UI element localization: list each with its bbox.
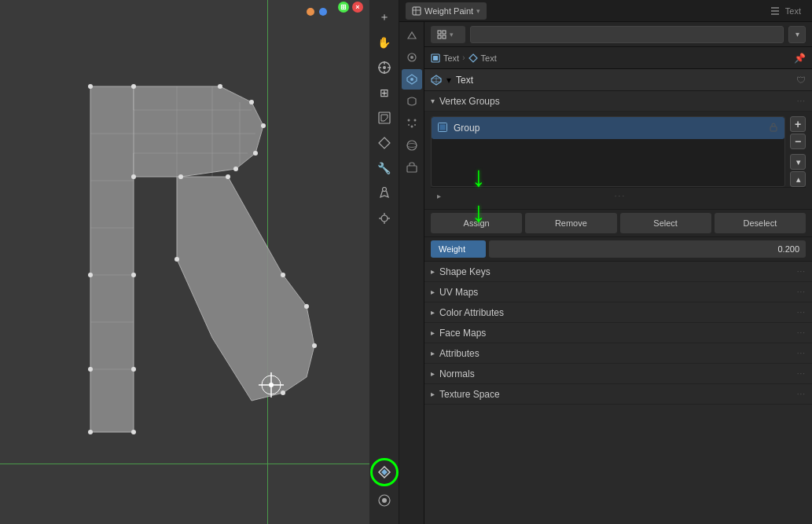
vgroup-down-btn[interactable]: ▾ [790,154,806,170]
panel-header: Weight Paint ▾ Text [399,0,812,22]
svg-point-28 [131,273,136,277]
tool-wrench[interactable]: 🔧 [373,157,395,179]
svg-point-26 [88,273,93,277]
vertex-groups-dots: ··· [797,97,806,105]
face-maps-section[interactable]: ▸ Face Maps ··· [424,323,812,343]
svg-rect-71 [438,35,441,38]
pin-icon[interactable]: 📌 [794,53,806,64]
tool-grid[interactable]: ⊞ [373,82,395,104]
shape-keys-dots: ··· [797,267,806,276]
window-controls: ⊞ × [338,2,363,13]
svg-rect-77 [770,126,777,131]
assign-btn[interactable]: Assign [431,213,522,233]
vgroup-add-btn[interactable]: + [790,116,806,132]
svg-point-22 [178,174,183,179]
header-text: Text [785,6,801,16]
props-icons [399,22,424,524]
object-header: ▾ Text 🛡 [424,69,812,91]
vgroup-item-group[interactable]: Group [432,117,784,139]
breadcrumb-current[interactable]: Text [468,53,497,63]
tool-cursor[interactable] [373,57,395,79]
header-icon-1 [770,5,781,16]
svg-rect-69 [438,31,441,34]
svg-point-20 [253,151,258,156]
tool-move[interactable]: ✋ [373,31,395,53]
breadcrumb: Text › Text 📌 [424,47,812,69]
weight-label[interactable]: Weight [431,240,486,258]
normals-dots: ··· [797,369,806,378]
vgroup-remove-btn[interactable]: − [790,134,806,149]
svg-point-47 [382,188,386,192]
props-content[interactable]: ▾ ▾ Text › Tex [424,22,812,524]
svg-point-32 [312,343,317,348]
tool-transform[interactable] [373,207,395,229]
props-icon-modifier[interactable] [402,91,422,112]
svg-point-29 [131,367,136,372]
svg-point-66 [407,141,417,150]
svg-point-60 [410,78,413,81]
svg-point-17 [218,84,222,89]
tool-render[interactable] [373,107,395,129]
props-icon-data[interactable] [402,69,422,90]
tool-armature[interactable] [373,182,395,204]
breadcrumb-parent[interactable]: Text [431,53,459,63]
props-layout: ▾ ▾ Text › Tex [399,22,812,524]
vgroup-list[interactable]: Group [431,116,785,187]
svg-marker-1 [134,86,263,177]
svg-point-24 [88,430,93,434]
svg-point-34 [226,174,230,179]
texture-space-section[interactable]: ▸ Texture Space ··· [424,384,812,405]
tool-modifier[interactable] [373,132,395,154]
weight-value: 0.200 [489,240,806,258]
svg-point-25 [131,430,136,434]
color-attributes-dots: ··· [797,308,806,317]
svg-rect-55 [413,7,421,15]
deselect-btn[interactable]: Deselect [715,213,806,233]
svg-point-65 [414,124,416,126]
mesh-icon [431,53,440,63]
search-input[interactable] [470,26,784,43]
tool-add[interactable]: ＋ [373,6,395,28]
vgroup-up-btn[interactable]: ▴ [790,171,806,187]
color-dot-orange [307,8,314,16]
props-icon-scene[interactable] [402,25,422,46]
view-dropdown-arrow: ▾ [450,31,454,38]
breadcrumb-current-text: Text [481,53,497,63]
color-attributes-label: Color Attributes [439,307,504,318]
breadcrumb-separator: › [462,53,465,62]
select-btn[interactable]: Select [620,213,711,233]
color-dot-blue [319,8,327,16]
vgroup-footer: ▸ ··· [431,187,806,204]
props-icon-physics[interactable] [402,135,422,156]
vertex-groups-header[interactable]: ▾ Vertex Groups ··· [424,91,812,112]
props-icon-render[interactable] [402,47,422,68]
vertex-groups-label: Vertex Groups [439,96,500,107]
vgroup-expand-arrow: ▸ [437,192,441,200]
uv-maps-section[interactable]: ▸ UV Maps ··· [424,282,812,302]
mode-dropdown-arrow: ▾ [476,7,480,15]
tool-bottom[interactable] [373,489,395,511]
maximize-btn[interactable]: ⊞ [338,2,349,13]
vgroup-name: Group [454,123,762,134]
svg-point-23 [131,174,136,179]
viewport[interactable]: ⊞ × [0,0,369,524]
color-attributes-section[interactable]: ▸ Color Attributes ··· [424,302,812,323]
props-icon-constraints[interactable] [402,157,422,178]
svg-point-18 [249,100,254,104]
svg-point-62 [413,119,416,122]
props-icon-particles[interactable] [402,113,422,134]
attributes-section[interactable]: ▸ Attributes ··· [424,343,812,364]
svg-marker-2 [177,177,314,401]
weight-row: Weight 0.200 [424,237,812,262]
shape-keys-section[interactable]: ▸ Shape Keys ··· [424,262,812,282]
close-btn[interactable]: × [352,2,363,13]
svg-rect-76 [440,125,446,130]
view-mode-btn[interactable]: ▾ [431,26,465,43]
weight-paint-icon[interactable] [370,458,399,486]
search-dropdown-btn[interactable]: ▾ [788,26,806,43]
mode-selector[interactable]: Weight Paint ▾ [406,2,487,20]
normals-section[interactable]: ▸ Normals ··· [424,364,812,384]
remove-btn[interactable]: Remove [525,213,616,233]
svg-point-19 [261,123,266,128]
properties-panel: Weight Paint ▾ Text [399,0,812,524]
